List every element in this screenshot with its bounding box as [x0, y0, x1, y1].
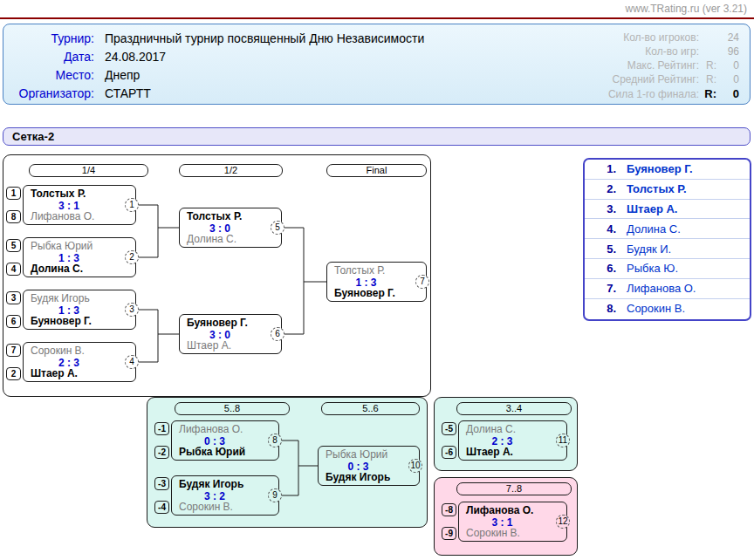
- player-name: Сорокин В.: [31, 345, 85, 357]
- player-name: Сорокин В.: [466, 527, 520, 539]
- seed-number: -9: [442, 527, 456, 540]
- match-10: Рыбка Юрий 0 : 3 Будяк Игорь 10: [318, 446, 420, 486]
- seed-number: -8: [442, 503, 456, 516]
- match-12: -8 -9 Лифанова О. 3 : 1 Сорокин В. 12: [458, 502, 567, 542]
- standings-row: 5. Будяк И.: [585, 239, 750, 259]
- standings-place: 4.: [585, 222, 616, 236]
- match-8: -1 -2 Лифанова О. 0 : 3 Рыбка Юрий 8: [171, 420, 279, 461]
- player-name: Буяновер Г.: [31, 315, 92, 327]
- match-number: 12: [556, 515, 570, 529]
- match-number: 11: [556, 434, 570, 447]
- standings-row: 7. Лифанова О.: [585, 279, 750, 299]
- match-number: 7: [415, 275, 429, 289]
- standings-player-link[interactable]: Лифанова О.: [616, 282, 696, 295]
- standings-player-link[interactable]: Будяк И.: [616, 242, 671, 256]
- round-header-places-7-8: 7..8: [456, 482, 572, 495]
- seed-number: 6: [6, 315, 21, 328]
- standings-player-link[interactable]: Долина С.: [616, 222, 681, 236]
- standings-player-link[interactable]: Сорокин В.: [616, 302, 685, 315]
- seed-number: -6: [442, 446, 456, 459]
- seed-number: -4: [154, 501, 169, 514]
- player-name: Будяк Игорь: [179, 478, 243, 490]
- seed-number: -5: [442, 422, 456, 435]
- match-number: 6: [271, 327, 284, 341]
- player-name: Будяк Игорь: [31, 292, 90, 304]
- player-name: Лифанова О.: [466, 504, 533, 516]
- match-number: 3: [125, 303, 139, 317]
- player-name: Буяновер Г.: [187, 317, 248, 329]
- match-number: 2: [125, 250, 139, 264]
- match-2: 5 4 Рыбка Юрий 1 : 3 Долина С. 2: [23, 237, 136, 277]
- player-name: Толстых Р.: [334, 264, 385, 277]
- standings-place: 3.: [585, 202, 616, 215]
- match-7: Толстых Р. 1 : 3 Буяновер Г. 7: [326, 262, 427, 302]
- match-11: -5 -6 Долина С. 2 : 3 Штаер А. 11: [458, 420, 567, 461]
- standings-player-link[interactable]: Штаер А.: [616, 202, 677, 215]
- seed-number: 5: [6, 239, 21, 252]
- standings-place: 2.: [585, 182, 616, 195]
- seed-number: -3: [154, 477, 169, 490]
- round-header-places-3-4: 3..4: [456, 402, 572, 415]
- match-number: 4: [125, 355, 139, 369]
- match-number: 5: [271, 221, 284, 235]
- seed-number: 7: [6, 344, 21, 357]
- match-number: 1: [125, 198, 139, 212]
- standings-row: 2. Толстых Р.: [585, 180, 750, 200]
- standings-row: 1. Буяновер Г.: [585, 160, 750, 180]
- match-4: 7 2 Сорокин В. 2 : 3 Штаер А. 4: [23, 342, 136, 382]
- round-header-quarterfinal: 1/4: [29, 164, 148, 177]
- standings-player-link[interactable]: Буяновер Г.: [616, 162, 693, 175]
- match-6: Буяновер Г. 3 : 0 Штаер А. 6: [179, 314, 282, 354]
- seed-number: 8: [6, 210, 21, 223]
- page: www.TRating.ru (ver 3.21) Турнир: Праздн…: [0, 0, 754, 560]
- player-name: Будяк Игорь: [326, 471, 390, 483]
- standings-place: 8.: [585, 302, 616, 315]
- match-3: 3 6 Будяк Игорь 1 : 3 Буяновер Г. 3: [23, 290, 136, 330]
- standings-place: 7.: [585, 282, 616, 295]
- standings-row: 4. Долина С.: [585, 219, 750, 239]
- player-name: Долина С.: [466, 423, 516, 435]
- player-name: Рыбка Юрий: [31, 240, 93, 252]
- player-name: Долина С.: [187, 233, 236, 245]
- player-name: Штаер А.: [31, 367, 78, 379]
- seed-number: -2: [154, 446, 169, 459]
- standings-row: 3. Штаер А.: [585, 200, 750, 220]
- match-number: 10: [408, 459, 422, 473]
- player-name: Рыбка Юрий: [326, 448, 387, 461]
- match-9: -3 -4 Будяк Игорь 3 : 2 Сорокин В. 9: [171, 475, 279, 516]
- seed-number: 2: [6, 367, 21, 380]
- match-number: 8: [268, 434, 282, 447]
- match-1: 1 8 Толстых Р. 3 : 1 Лифанова О. 1: [23, 185, 136, 225]
- player-name: Штаер А.: [466, 446, 513, 458]
- standings-place: 5.: [585, 242, 616, 256]
- player-name: Сорокин В.: [179, 501, 233, 513]
- seed-number: -1: [154, 422, 169, 435]
- player-name: Лифанова О.: [179, 423, 243, 435]
- standings-player-link[interactable]: Толстых Р.: [616, 182, 687, 195]
- standings-row: 8. Сорокин В.: [585, 299, 750, 319]
- seed-number: 4: [6, 263, 21, 276]
- seed-number: 3: [6, 291, 21, 304]
- standings-place: 6.: [585, 262, 616, 275]
- round-header-final: Final: [326, 164, 427, 177]
- standings-row: 6. Рыбка Ю.: [585, 259, 750, 279]
- standings-player-link[interactable]: Рыбка Ю.: [616, 262, 678, 275]
- player-name: Толстых Р.: [187, 210, 242, 222]
- seed-number: 1: [6, 187, 21, 200]
- player-name: Лифанова О.: [31, 210, 94, 222]
- round-header-semifinal: 1/2: [179, 164, 283, 177]
- final-standings-panel: 1. Буяновер Г. 2. Толстых Р. 3. Штаер А.…: [583, 158, 751, 321]
- round-header-places-5-6: 5..6: [321, 402, 420, 415]
- round-header-places-5-8: 5..8: [175, 402, 290, 415]
- player-name: Толстых Р.: [31, 188, 86, 200]
- player-name: Буяновер Г.: [334, 287, 395, 299]
- player-name: Штаер А.: [187, 339, 231, 352]
- match-number: 9: [268, 488, 282, 502]
- player-name: Долина С.: [31, 263, 83, 275]
- player-name: Рыбка Юрий: [179, 446, 245, 458]
- standings-place: 1.: [585, 162, 616, 175]
- match-5: Толстых Р. 3 : 0 Долина С. 5: [179, 208, 282, 248]
